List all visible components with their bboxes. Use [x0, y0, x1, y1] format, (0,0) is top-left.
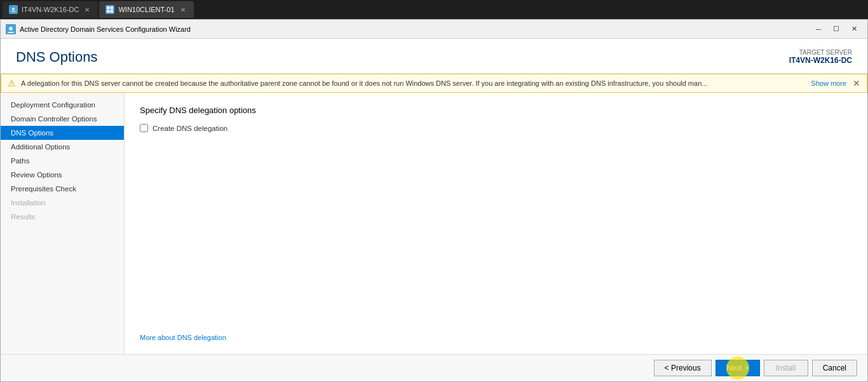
window-icon: [6, 24, 16, 34]
wizard-header: DNS Options TARGET SERVER IT4VN-W2K16-DC: [1, 39, 867, 74]
create-dns-delegation-checkbox[interactable]: [140, 124, 148, 132]
warning-text: A delegation for this DNS server cannot …: [21, 79, 807, 87]
warning-icon: ⚠: [8, 78, 16, 88]
banner-close-button[interactable]: ✕: [853, 78, 860, 88]
next-button[interactable]: Next >: [715, 360, 760, 376]
svg-rect-4: [111, 6, 114, 10]
window-title: Active Directory Domain Services Configu…: [20, 25, 810, 33]
minimize-button[interactable]: ─: [810, 23, 827, 36]
sidebar-item-dns-options[interactable]: DNS Options: [1, 126, 124, 140]
section-heading: Specify DNS delegation options: [140, 106, 852, 115]
svg-rect-9: [8, 32, 14, 33]
content-panel: Specify DNS delegation options Create DN…: [125, 93, 867, 354]
tab-it4vn[interactable]: IT4VN-W2K16-DC ✕: [3, 1, 98, 18]
svg-rect-3: [107, 6, 110, 10]
target-server-name: IT4VN-W2K16-DC: [789, 56, 852, 65]
wizard-body: DNS Options TARGET SERVER IT4VN-W2K16-DC…: [1, 39, 867, 381]
show-more-link[interactable]: Show more: [811, 79, 846, 87]
tab-label-it4vn: IT4VN-W2K16-DC: [22, 6, 79, 13]
tab-icon-win10: [105, 5, 114, 14]
tab-close-it4vn[interactable]: ✕: [83, 6, 92, 14]
sidebar-item-prerequisites-check[interactable]: Prerequisites Check: [1, 182, 124, 196]
previous-button[interactable]: < Previous: [654, 360, 712, 376]
content-spacer: [140, 139, 852, 334]
svg-point-8: [9, 27, 13, 31]
warning-banner: ⚠ A delegation for this DNS server canno…: [1, 74, 867, 93]
tab-close-win10[interactable]: ✕: [179, 6, 187, 14]
install-button[interactable]: Install: [764, 360, 808, 376]
sidebar-item-paths[interactable]: Paths: [1, 154, 124, 168]
more-about-dns-delegation-link[interactable]: More about DNS delegation: [140, 334, 852, 341]
wizard-window: Active Directory Domain Services Configu…: [0, 19, 868, 382]
tab-label-win10: WIN10CLIENT-01: [118, 6, 174, 13]
taskbar: IT4VN-W2K16-DC ✕ WIN10CLIENT-01 ✕: [0, 0, 868, 19]
create-dns-delegation-label[interactable]: Create DNS delegation: [153, 125, 227, 132]
sidebar-item-review-options[interactable]: Review Options: [1, 168, 124, 182]
tab-win10[interactable]: WIN10CLIENT-01 ✕: [99, 1, 193, 18]
restore-button[interactable]: ☐: [828, 23, 844, 36]
svg-rect-2: [11, 11, 15, 12]
sidebar-item-additional-options[interactable]: Additional Options: [1, 140, 124, 154]
svg-rect-6: [111, 10, 114, 13]
close-button[interactable]: ✕: [846, 23, 862, 36]
target-server-label: TARGET SERVER: [789, 49, 852, 56]
tab-icon-it4vn: [9, 5, 18, 14]
window-titlebar: Active Directory Domain Services Configu…: [1, 20, 867, 39]
create-dns-delegation-row: Create DNS delegation: [140, 124, 852, 132]
cancel-button[interactable]: Cancel: [812, 360, 857, 376]
target-server-info: TARGET SERVER IT4VN-W2K16-DC: [789, 49, 852, 65]
svg-point-1: [12, 8, 15, 10]
sidebar-item-installation: Installation: [1, 196, 124, 210]
window-controls: ─ ☐ ✕: [810, 23, 862, 36]
svg-rect-5: [107, 10, 110, 13]
sidebar-item-results: Results: [1, 210, 124, 224]
sidebar-item-deployment-configuration[interactable]: Deployment Configuration: [1, 98, 124, 112]
wizard-main: Deployment Configuration Domain Controll…: [1, 93, 867, 354]
page-title: DNS Options: [16, 49, 97, 65]
sidebar-item-domain-controller-options[interactable]: Domain Controller Options: [1, 112, 124, 126]
wizard-footer: < Previous Next > Install Cancel: [1, 354, 867, 381]
sidebar-nav: Deployment Configuration Domain Controll…: [1, 93, 125, 354]
